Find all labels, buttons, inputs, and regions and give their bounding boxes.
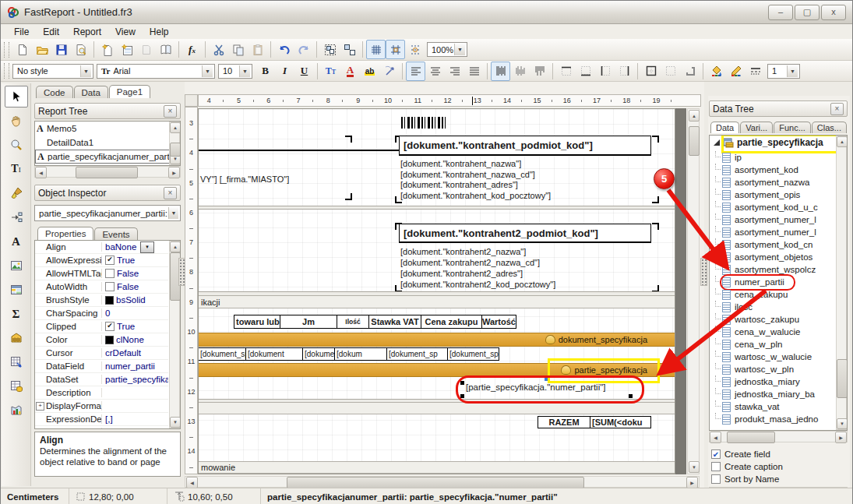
- select-tool[interactable]: [5, 86, 28, 107]
- redo-button[interactable]: [294, 40, 313, 59]
- close-icon[interactable]: ×: [830, 103, 844, 115]
- right-splitter[interactable]: [700, 258, 707, 286]
- scroll-thumb[interactable]: [287, 477, 584, 488]
- chevron-down-icon[interactable]: ▼: [454, 44, 465, 55]
- detail-cell[interactable]: [dokument_specyfikacja."asortyment_nazwa…: [198, 347, 246, 361]
- data-tree-tab[interactable]: Func...: [774, 122, 811, 133]
- scroll-up-icon[interactable]: ▲: [170, 122, 181, 133]
- property-row[interactable]: + ExpressionDelimi [,] ▼: [35, 413, 168, 426]
- data-tree-field[interactable]: cena_w_walucie: [710, 326, 836, 338]
- chevron-down-icon[interactable]: ▼: [202, 65, 213, 77]
- group-button[interactable]: [320, 40, 340, 59]
- border-all-button[interactable]: [641, 62, 661, 81]
- data-tree-field[interactable]: stawka_vat: [710, 400, 836, 413]
- checkbox-icon[interactable]: [711, 462, 721, 471]
- property-row[interactable]: + DisplayFormat ▼: [35, 400, 168, 413]
- total-label-cell[interactable]: RAZEM: [538, 416, 590, 428]
- detail-cell[interactable]: [dokument_sp: [447, 347, 499, 361]
- checkbox-icon[interactable]: [105, 282, 115, 291]
- text-object-tool[interactable]: A: [5, 231, 28, 252]
- tree-expander-icon[interactable]: [714, 139, 720, 146]
- scroll-thumb[interactable]: [170, 143, 181, 157]
- scroll-down-icon[interactable]: ▼: [689, 461, 700, 473]
- menu-item[interactable]: Report: [66, 25, 108, 39]
- border-none-button[interactable]: [661, 62, 680, 81]
- barcode-object-tool[interactable]: [5, 327, 28, 349]
- data-tree-field[interactable]: jednostka_miary_ba: [710, 388, 836, 400]
- new-data-source-button[interactable]: [97, 40, 117, 59]
- open-report-button[interactable]: [32, 40, 51, 59]
- paste-button[interactable]: [248, 40, 267, 59]
- property-row[interactable]: + Clipped True ▼: [35, 320, 168, 333]
- memo-kontrahent2-group[interactable]: [dokument."kontrahent2_nazwa"][dokument.…: [400, 246, 555, 290]
- data-tree-field[interactable]: asortyment_kod_cn: [710, 238, 836, 251]
- data-tree-field[interactable]: jednostka_miary: [710, 375, 836, 388]
- scroll-right-icon[interactable]: ▶: [835, 432, 847, 443]
- property-row[interactable]: + FlowTo ▼: [35, 426, 168, 429]
- total-sum-cell[interactable]: [SUM(<doku: [590, 416, 651, 428]
- canvas-vscrollbar[interactable]: ▲ ▼: [687, 108, 700, 474]
- detail-row[interactable]: [dokument_specyfikacja."asortyment_nazwa…: [199, 347, 499, 361]
- memo-kontrahent2-podmiot-kod[interactable]: [dokument."kontrahent2_podmiot_kod"]: [399, 224, 651, 243]
- menu-item[interactable]: Help: [143, 25, 176, 39]
- memo-line[interactable]: [dokument."kontrahent_nazwa"]: [400, 159, 551, 170]
- table-object-tool[interactable]: [5, 375, 28, 397]
- data-tree-root[interactable]: partie_specyfikacja: [710, 136, 847, 150]
- data-tree-field[interactable]: cena_zakupu: [710, 288, 836, 301]
- underline-button[interactable]: U: [294, 62, 314, 81]
- scroll-up-icon[interactable]: ▲: [689, 110, 700, 122]
- menu-item[interactable]: View: [108, 25, 143, 39]
- scroll-up-icon[interactable]: ▲: [837, 136, 848, 147]
- new-report-button[interactable]: [12, 40, 32, 59]
- page-settings-button[interactable]: [156, 40, 175, 59]
- line-color-button[interactable]: [726, 62, 745, 81]
- report-tree-item[interactable]: A partie_specyfikacjanumer_partii: [35, 150, 180, 164]
- format-painter-tool[interactable]: [5, 182, 28, 204]
- detail-cell[interactable]: [dokument: [245, 347, 303, 361]
- data-tree-field[interactable]: wartosc_w_pln: [710, 363, 836, 375]
- highlight-button[interactable]: ab: [360, 62, 379, 81]
- dropdown-icon[interactable]: ▼: [140, 241, 154, 253]
- memo-kontrahent-group[interactable]: [dokument."kontrahent_nazwa"][dokument."…: [400, 159, 551, 201]
- data-tree-field[interactable]: asortyment_objetos: [710, 251, 836, 263]
- border-right-button[interactable]: [615, 62, 634, 81]
- memo-line[interactable]: [dokument."kontrahent2_nazwa"]: [400, 246, 555, 257]
- scroll-thumb[interactable]: [837, 359, 848, 398]
- border-top-button[interactable]: [556, 62, 576, 81]
- property-row[interactable]: + Description ▼: [35, 386, 168, 400]
- close-button[interactable]: x: [821, 5, 846, 20]
- property-row[interactable]: + AllowExpression: True ▼: [35, 254, 168, 267]
- border-bottom-button[interactable]: [576, 62, 595, 81]
- scroll-thumb[interactable]: [689, 126, 700, 156]
- close-icon[interactable]: ×: [164, 105, 177, 118]
- undo-button[interactable]: [274, 40, 294, 59]
- toolbar-grip[interactable]: [4, 42, 9, 58]
- band-header-specyfikacji[interactable]: ikacji: [199, 295, 675, 308]
- align-to-grid-button[interactable]: [386, 40, 405, 59]
- property-row[interactable]: + Align baNone ▼: [35, 241, 168, 254]
- maximize-button[interactable]: ▢: [795, 5, 820, 20]
- data-tree-field[interactable]: asortyment_opis: [710, 189, 836, 201]
- data-tree-field[interactable]: asortyment_numer_l: [710, 226, 836, 238]
- memo-line[interactable]: [dokument."kontrahent2_nazwa_cd"]: [400, 257, 555, 268]
- barcode-object[interactable]: [401, 117, 446, 129]
- table-header-row[interactable]: Nazwa towaru lub usługiJmIlośćStawka VAT…: [234, 315, 516, 329]
- data-tree-field[interactable]: produkt_masa_jedno: [710, 413, 836, 425]
- checkbox-icon[interactable]: [711, 474, 721, 484]
- option-checkbox-row[interactable]: Create caption: [711, 460, 783, 473]
- system-text-tool[interactable]: Σ: [5, 303, 28, 325]
- data-tree-field[interactable]: asortyment_kod_u_c: [710, 201, 836, 213]
- property-row[interactable]: + DataSet partie_specyfika ▼: [35, 373, 168, 386]
- memo-kontrahent-podmiot-kod[interactable]: [dokument."kontrahent_podmiot_kod"]: [399, 136, 651, 156]
- checkbox-icon[interactable]: [711, 449, 721, 459]
- table-header-cell[interactable]: Nazwa towaru lub usługi: [234, 315, 280, 329]
- shadow-button[interactable]: [680, 62, 700, 81]
- scroll-down-icon[interactable]: ▼: [170, 417, 181, 428]
- workspace-tab[interactable]: Data: [74, 86, 108, 98]
- align-right-button[interactable]: [445, 62, 464, 81]
- checkbox-icon[interactable]: [105, 256, 115, 265]
- data-tree-field[interactable]: numer_partii: [710, 276, 836, 288]
- inspector-tab[interactable]: Events: [94, 227, 137, 240]
- data-tree-field[interactable]: asortyment_nazwa: [710, 176, 836, 189]
- line-style-button[interactable]: [745, 62, 765, 81]
